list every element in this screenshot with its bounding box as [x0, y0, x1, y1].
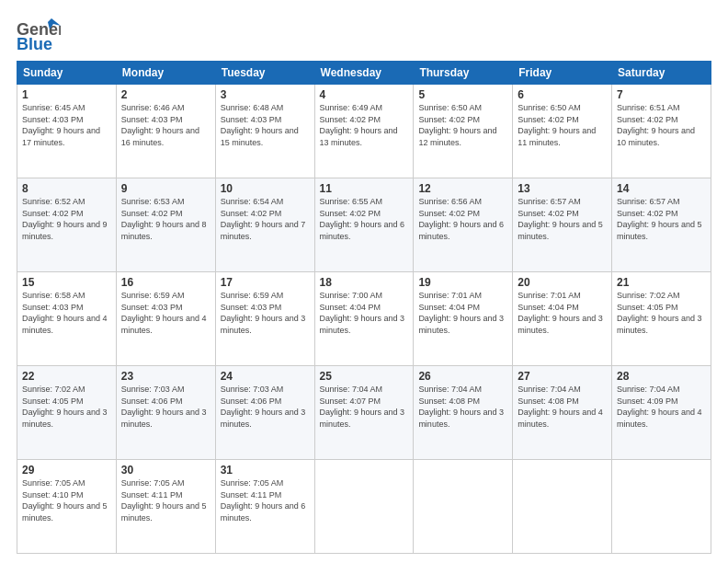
day-number: 20 — [518, 276, 607, 289]
day-info: Sunrise: 7:04 AM Sunset: 4:08 PM Dayligh… — [518, 384, 607, 430]
weekday-header-saturday: Saturday — [612, 62, 711, 85]
day-info: Sunrise: 6:54 AM Sunset: 4:02 PM Dayligh… — [221, 196, 310, 242]
calendar-cell: 16 Sunrise: 6:59 AM Sunset: 4:03 PM Dayl… — [116, 272, 215, 366]
calendar-cell: 18 Sunrise: 7:00 AM Sunset: 4:04 PM Dayl… — [314, 272, 414, 366]
calendar-cell — [513, 460, 612, 554]
day-number: 17 — [221, 276, 310, 289]
day-info: Sunrise: 7:03 AM Sunset: 4:06 PM Dayligh… — [121, 384, 210, 430]
calendar-cell: 11 Sunrise: 6:55 AM Sunset: 4:02 PM Dayl… — [314, 178, 414, 272]
day-number: 18 — [320, 276, 409, 289]
day-info: Sunrise: 7:05 AM Sunset: 4:11 PM Dayligh… — [221, 477, 310, 523]
calendar-cell: 31 Sunrise: 7:05 AM Sunset: 4:11 PM Dayl… — [215, 460, 314, 554]
day-number: 10 — [221, 182, 310, 195]
calendar-cell: 21 Sunrise: 7:02 AM Sunset: 4:05 PM Dayl… — [612, 272, 711, 366]
calendar-cell: 3 Sunrise: 6:48 AM Sunset: 4:03 PM Dayli… — [215, 85, 314, 178]
calendar-cell: 6 Sunrise: 6:50 AM Sunset: 4:02 PM Dayli… — [513, 85, 612, 178]
day-number: 7 — [617, 88, 706, 101]
day-info: Sunrise: 7:04 AM Sunset: 4:09 PM Dayligh… — [617, 384, 706, 430]
day-number: 22 — [22, 370, 111, 383]
day-number: 31 — [221, 464, 310, 477]
calendar-cell: 28 Sunrise: 7:04 AM Sunset: 4:09 PM Dayl… — [612, 366, 711, 460]
calendar-cell: 24 Sunrise: 7:03 AM Sunset: 4:06 PM Dayl… — [215, 366, 314, 460]
calendar-week-1: 1 Sunrise: 6:45 AM Sunset: 4:03 PM Dayli… — [17, 85, 711, 178]
day-info: Sunrise: 7:04 AM Sunset: 4:07 PM Dayligh… — [320, 384, 409, 430]
calendar-cell: 25 Sunrise: 7:04 AM Sunset: 4:07 PM Dayl… — [314, 366, 414, 460]
day-info: Sunrise: 7:05 AM Sunset: 4:11 PM Dayligh… — [121, 477, 210, 523]
calendar-cell: 10 Sunrise: 6:54 AM Sunset: 4:02 PM Dayl… — [215, 178, 314, 272]
calendar-cell: 1 Sunrise: 6:45 AM Sunset: 4:03 PM Dayli… — [17, 85, 117, 178]
day-info: Sunrise: 6:53 AM Sunset: 4:02 PM Dayligh… — [121, 196, 210, 242]
calendar-week-2: 8 Sunrise: 6:52 AM Sunset: 4:02 PM Dayli… — [17, 178, 711, 272]
day-number: 30 — [121, 464, 210, 477]
calendar-cell: 8 Sunrise: 6:52 AM Sunset: 4:02 PM Dayli… — [17, 178, 117, 272]
calendar-cell: 9 Sunrise: 6:53 AM Sunset: 4:02 PM Dayli… — [116, 178, 215, 272]
weekday-header-friday: Friday — [513, 62, 612, 85]
day-info: Sunrise: 7:04 AM Sunset: 4:08 PM Dayligh… — [418, 384, 507, 430]
day-info: Sunrise: 7:02 AM Sunset: 4:05 PM Dayligh… — [22, 384, 111, 430]
day-number: 26 — [418, 370, 507, 383]
calendar-table: SundayMondayTuesdayWednesdayThursdayFrid… — [17, 61, 711, 554]
day-info: Sunrise: 6:57 AM Sunset: 4:02 PM Dayligh… — [518, 196, 607, 242]
calendar-cell: 27 Sunrise: 7:04 AM Sunset: 4:08 PM Dayl… — [513, 366, 612, 460]
calendar-cell: 20 Sunrise: 7:01 AM Sunset: 4:04 PM Dayl… — [513, 272, 612, 366]
day-info: Sunrise: 7:01 AM Sunset: 4:04 PM Dayligh… — [418, 290, 507, 336]
day-info: Sunrise: 6:45 AM Sunset: 4:03 PM Dayligh… — [22, 102, 111, 148]
calendar-cell: 4 Sunrise: 6:49 AM Sunset: 4:02 PM Dayli… — [314, 85, 414, 178]
day-info: Sunrise: 6:55 AM Sunset: 4:02 PM Dayligh… — [320, 196, 409, 242]
day-info: Sunrise: 6:50 AM Sunset: 4:02 PM Dayligh… — [418, 102, 507, 148]
calendar-cell: 2 Sunrise: 6:46 AM Sunset: 4:03 PM Dayli… — [116, 85, 215, 178]
day-number: 9 — [121, 182, 210, 195]
day-info: Sunrise: 6:49 AM Sunset: 4:02 PM Dayligh… — [320, 102, 409, 148]
svg-text:Blue: Blue — [17, 35, 52, 52]
calendar-cell: 17 Sunrise: 6:59 AM Sunset: 4:03 PM Dayl… — [215, 272, 314, 366]
day-number: 12 — [418, 182, 507, 195]
calendar-week-3: 15 Sunrise: 6:58 AM Sunset: 4:03 PM Dayl… — [17, 272, 711, 366]
day-info: Sunrise: 7:02 AM Sunset: 4:05 PM Dayligh… — [617, 290, 706, 336]
calendar-cell: 14 Sunrise: 6:57 AM Sunset: 4:02 PM Dayl… — [612, 178, 711, 272]
calendar-cell: 23 Sunrise: 7:03 AM Sunset: 4:06 PM Dayl… — [116, 366, 215, 460]
logo-icon: General Blue — [17, 17, 61, 52]
weekday-header-wednesday: Wednesday — [314, 62, 414, 85]
calendar-cell: 30 Sunrise: 7:05 AM Sunset: 4:11 PM Dayl… — [116, 460, 215, 554]
day-info: Sunrise: 6:52 AM Sunset: 4:02 PM Dayligh… — [22, 196, 111, 242]
day-info: Sunrise: 6:48 AM Sunset: 4:03 PM Dayligh… — [221, 102, 310, 148]
calendar-cell: 26 Sunrise: 7:04 AM Sunset: 4:08 PM Dayl… — [414, 366, 513, 460]
calendar-cell — [612, 460, 711, 554]
calendar-cell: 29 Sunrise: 7:05 AM Sunset: 4:10 PM Dayl… — [17, 460, 117, 554]
day-info: Sunrise: 6:58 AM Sunset: 4:03 PM Dayligh… — [22, 290, 111, 336]
calendar-cell: 5 Sunrise: 6:50 AM Sunset: 4:02 PM Dayli… — [414, 85, 513, 178]
calendar-cell: 15 Sunrise: 6:58 AM Sunset: 4:03 PM Dayl… — [17, 272, 117, 366]
day-info: Sunrise: 7:00 AM Sunset: 4:04 PM Dayligh… — [320, 290, 409, 336]
weekday-header-row: SundayMondayTuesdayWednesdayThursdayFrid… — [17, 62, 711, 85]
day-number: 5 — [418, 88, 507, 101]
day-info: Sunrise: 6:56 AM Sunset: 4:02 PM Dayligh… — [418, 196, 507, 242]
calendar-cell: 7 Sunrise: 6:51 AM Sunset: 4:02 PM Dayli… — [612, 85, 711, 178]
day-number: 29 — [22, 464, 111, 477]
day-info: Sunrise: 6:51 AM Sunset: 4:02 PM Dayligh… — [617, 102, 706, 148]
day-info: Sunrise: 7:03 AM Sunset: 4:06 PM Dayligh… — [221, 384, 310, 430]
weekday-header-thursday: Thursday — [414, 62, 513, 85]
day-number: 4 — [320, 88, 409, 101]
day-number: 3 — [221, 88, 310, 101]
day-info: Sunrise: 6:57 AM Sunset: 4:02 PM Dayligh… — [617, 196, 706, 242]
page: General Blue SundayMondayTuesdayWednesda… — [0, 0, 728, 563]
calendar-week-5: 29 Sunrise: 7:05 AM Sunset: 4:10 PM Dayl… — [17, 460, 711, 554]
calendar-cell: 13 Sunrise: 6:57 AM Sunset: 4:02 PM Dayl… — [513, 178, 612, 272]
day-number: 13 — [518, 182, 607, 195]
day-number: 1 — [22, 88, 111, 101]
calendar-cell — [314, 460, 414, 554]
day-number: 28 — [617, 370, 706, 383]
day-number: 2 — [121, 88, 210, 101]
day-info: Sunrise: 7:01 AM Sunset: 4:04 PM Dayligh… — [518, 290, 607, 336]
calendar-cell: 12 Sunrise: 6:56 AM Sunset: 4:02 PM Dayl… — [414, 178, 513, 272]
day-info: Sunrise: 6:59 AM Sunset: 4:03 PM Dayligh… — [221, 290, 310, 336]
day-number: 15 — [22, 276, 111, 289]
calendar-cell: 19 Sunrise: 7:01 AM Sunset: 4:04 PM Dayl… — [414, 272, 513, 366]
day-number: 19 — [418, 276, 507, 289]
day-number: 6 — [518, 88, 607, 101]
day-number: 25 — [320, 370, 409, 383]
day-number: 14 — [617, 182, 706, 195]
day-number: 11 — [320, 182, 409, 195]
day-number: 8 — [22, 182, 111, 195]
logo: General Blue — [17, 17, 61, 52]
